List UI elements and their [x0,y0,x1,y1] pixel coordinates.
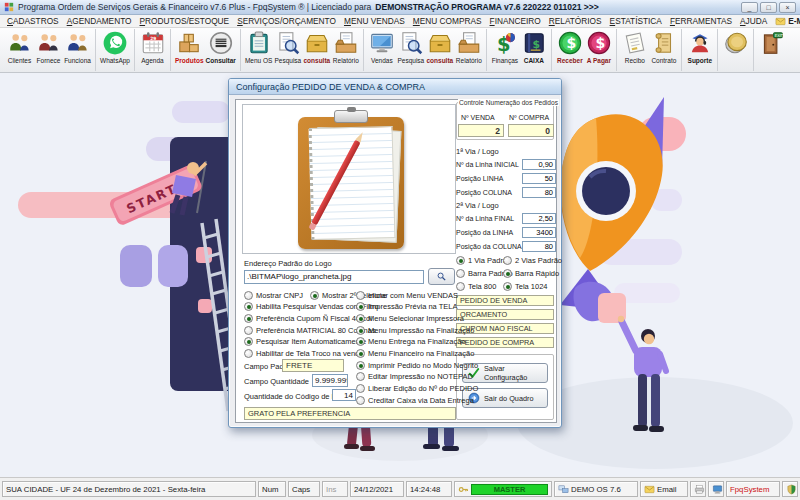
status-text: FpqSystem [730,485,769,494]
drawer-icon [427,30,453,56]
menu-item-email[interactable]: E-MAIL [771,16,800,27]
menu-item-ajuda[interactable]: AJUDA [736,16,771,26]
linha-inicial-field[interactable]: 0,90 [522,159,556,170]
menu-item-relatorios[interactable]: RELATÓRIOS [545,16,606,26]
radio-option[interactable]: Pesquisar Item Automaticamente [244,337,366,347]
toolbar-button-consulta[interactable]: consulta [425,29,454,71]
menu-item-agendamento[interactable]: AGENDAMENTO [63,16,136,26]
toolbar-button-vendas[interactable]: Vendas [367,29,396,71]
radio-option[interactable]: Impressão Prévia na TELA [356,302,458,312]
support-icon [687,30,713,56]
via2-row: Posição da LINHA 3400 [456,227,556,239]
radio-option[interactable]: Creditar Caixa via Data Entrega [356,395,474,405]
monitor-icon [369,30,395,56]
toolbar-button-receber[interactable]: $Receber [555,29,584,71]
toolbar-button-suporte[interactable]: Suporte [685,29,714,71]
venda-number-field[interactable]: 2 [458,124,504,137]
minimize-button[interactable]: _ [741,2,758,13]
via1-row: Posição LINHA 50 [456,173,556,185]
radio-option-label: Creditar Caixa via Data Entrega [368,396,474,405]
menu-item-menu-compras[interactable]: MENU COMPRAS [409,16,486,26]
radio-option-label: Liberar Edição do Nº do PEDIDO [368,384,478,393]
menu-item-servicos-orcamento[interactable]: SERVIÇOS/ORÇAMENTO [233,16,340,26]
toolbar-button-relatorio[interactable]: Relatório [454,29,483,71]
campo-padrao-field[interactable]: FRETE [282,359,344,372]
codigo-barras-field[interactable]: 14 [332,389,356,401]
toolbar-button-relatorio[interactable]: Relatório [331,29,360,71]
status-location: SUA CIDADE - UF 24 de Dezembro de 2021 -… [2,481,256,497]
search-doc-icon [275,30,301,56]
toolbar-button-caixa[interactable]: $CAIXA [519,29,548,71]
menu-item-estatistica[interactable]: ESTATÍSTICA [606,16,666,26]
radio-option-label: Imprimir Pedido no Modo Negrito [368,361,478,370]
maximize-button[interactable]: □ [760,2,777,13]
menu-item-produtos-estoque[interactable]: PRODUTOS/ESTOQUE [136,16,234,26]
toolbar-button-clientes[interactable]: Clientes [5,29,34,71]
toolbar-button-consulta[interactable]: consulta [302,29,331,71]
radio-option[interactable]: Menu Selecionar Impressora [356,313,464,323]
posicao-coluna-field[interactable]: 80 [522,187,556,198]
radio-option[interactable]: Menu Impressão na Finalização [356,325,474,335]
linha-final-field[interactable]: 2,50 [522,213,556,224]
printer-status-icon [690,481,706,497]
toolbar-button-whatsapp[interactable]: WhatsApp [99,29,131,71]
toolbar-group: Menu OSPesquisaconsultaRelatório [241,29,364,71]
radio-option-label: Preferência Cupom Ñ Fiscal 40 col [256,314,372,323]
browse-logo-button[interactable] [428,268,455,285]
menu-item-cadastros[interactable]: CADASTROS [3,16,63,26]
posicao-da-linha-field[interactable]: 3400 [522,227,556,238]
radio-option-label: Impressão Prévia na TELA [368,302,458,311]
document-type-field[interactable]: PEDIDO DE COMPRA [456,337,554,348]
menu-item-menu-vendas[interactable]: MENU VENDAS [340,16,409,26]
toolbar-button-produtos[interactable]: Produtos [174,29,205,71]
toolbar-button-consultar[interactable]: Consultar [205,29,237,71]
close-button[interactable]: × [779,2,796,13]
radio-option[interactable]: Menu Financeiro na Finalização [356,349,474,359]
status-ins: Ins [322,481,348,497]
compra-number-field[interactable]: 0 [508,124,554,137]
radio-option[interactable]: Mostrar CNPJ [244,290,303,300]
radio-option[interactable]: Tela 800 [456,281,496,291]
menu-item-financeiro[interactable]: FINANCEIRO [486,16,545,26]
radio-option[interactable]: Barra Rápido [503,268,559,278]
menu-item-ferramentas[interactable]: FERRAMENTAS [666,16,736,26]
toolbar-button-exit-icon[interactable]: EXIT [757,29,786,71]
posicao-linha-field[interactable]: 50 [522,173,556,184]
toolbar-button-financas[interactable]: $Finanças [490,29,519,71]
radio-option[interactable]: Menu Entrega na Finalização [356,337,466,347]
posicao-da-coluna-field[interactable]: 80 [522,241,556,252]
dialog-titlebar: Configuração PEDIDO DE VENDA & COMPRA [229,79,561,95]
radio-option[interactable]: 2 Vias Padrão [503,255,562,265]
radio-unchecked-icon [356,396,365,405]
radio-option[interactable]: Editar Impressão no NOTEPAD [356,372,473,382]
toolbar-button-coin-icon[interactable] [721,29,750,71]
toolbar-button-menu-os[interactable]: Menu OS [244,29,273,71]
employees-icon [65,30,91,56]
app-icon [4,2,14,12]
radio-option[interactable]: Habilitar de Tela Troco na venda [244,349,363,359]
toolbar-button-fornece[interactable]: Fornece [34,29,63,71]
toolbar-button-label: Menu OS [245,57,272,64]
toolbar-button-funciona[interactable]: Funciona [63,29,92,71]
toolbar-button-pesquisa[interactable]: Pesquisa [273,29,302,71]
radio-option[interactable]: Imprimir Pedido no Modo Negrito [356,360,478,370]
status-text: MASTER [471,484,548,495]
document-type-field[interactable]: PEDIDO DE VENDA [456,295,554,306]
field-label: Nº da Linha INICIAL [456,161,519,168]
clients-icon [7,30,33,56]
campo-quantidade-field[interactable]: 9.999.999 [312,374,348,387]
radio-option[interactable]: Tela 1024 [503,281,548,291]
logo-path-input[interactable]: .\BITMAP\logo_prancheta.jpg [244,270,424,284]
document-type-field[interactable]: ORCAMENTO [456,309,554,320]
toolbar-button-a-pagar[interactable]: $A Pagar [584,29,613,71]
toolbar-button-pesquisa[interactable]: Pesquisa [396,29,425,71]
toolbar-button-contrato[interactable]: Contrato [649,29,678,71]
radio-option[interactable]: Liberar Edição do Nº do PEDIDO [356,384,478,394]
barcode-scan-icon [208,30,234,56]
toolbar-button-agenda[interactable]: 29Agenda [138,29,167,71]
toolbar-button-label: Produtos [175,57,204,64]
footer-message-field[interactable]: GRATO PELA PREFERENCIA [244,407,456,420]
toolbar-button-recibo[interactable]: Recibo [620,29,649,71]
radio-option[interactable]: Iniciar com Menu VENDAS [356,290,458,300]
radio-option[interactable]: Preferência Cupom Ñ Fiscal 40 col [244,313,372,323]
